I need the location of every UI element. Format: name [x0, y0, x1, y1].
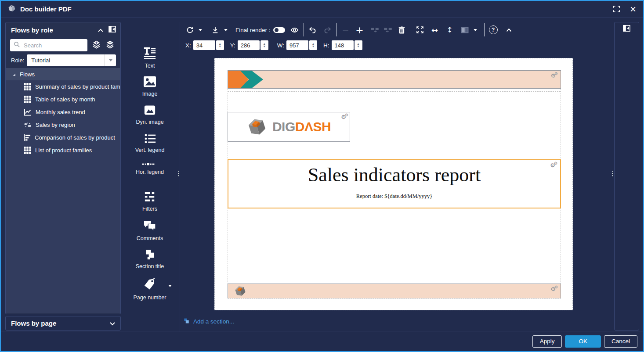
header-arrows-graphic	[228, 71, 264, 88]
expand-all-layers-icon[interactable]: +	[92, 40, 101, 50]
y-input[interactable]	[238, 40, 260, 50]
layout-columns-icon[interactable]	[460, 25, 469, 35]
horizontal-legend-icon	[142, 162, 158, 166]
logo-block[interactable]: DIGDΛSH ⚙⚙	[228, 112, 350, 142]
block-settings-gears-icon[interactable]: ⚙⚙	[550, 161, 557, 168]
refresh-options-caret-icon[interactable]	[196, 25, 205, 35]
fit-page-icon[interactable]	[416, 25, 424, 35]
flow-item-product-families[interactable]: List of product families	[6, 144, 120, 157]
maximize-icon[interactable]	[612, 4, 621, 14]
flow-item-label: Monthly sales trend	[36, 109, 85, 115]
x-input[interactable]	[193, 40, 215, 50]
w-input[interactable]	[286, 40, 308, 50]
palette-item-dyn-image[interactable]: Dyn. image	[121, 101, 179, 130]
undo-icon[interactable]	[308, 25, 317, 35]
titlebar: Doc builder PDF ×	[1, 1, 643, 18]
preview-eye-icon[interactable]	[290, 25, 299, 35]
right-panel-collapse-icon[interactable]	[623, 25, 630, 330]
grid-icon	[24, 147, 31, 154]
panel-collapse-icon[interactable]	[109, 26, 116, 34]
flows-by-page-title: Flows by page	[11, 320, 56, 327]
apply-button[interactable]: Apply	[532, 335, 562, 348]
help-icon[interactable]: ?	[489, 25, 498, 35]
report-title: Sales indicators report	[228, 164, 560, 186]
document-page[interactable]: ⚙⚙ DIGDΛSH ⚙⚙ Sales indicators report Re…	[214, 58, 573, 310]
line-chart-icon	[24, 108, 32, 116]
header-section-guide	[228, 91, 561, 92]
y-spinner[interactable]: ▲▼	[260, 40, 268, 50]
flows-by-role-header[interactable]: Flows by role	[6, 22, 120, 36]
block-settings-gears-icon[interactable]: ⚙⚙	[341, 113, 348, 119]
palette-item-image[interactable]: Image	[121, 72, 179, 101]
palette-item-hor-legend[interactable]: Hor. legend	[121, 159, 179, 188]
role-label: Role:	[11, 57, 24, 64]
h-spinner[interactable]: ▲▼	[355, 40, 362, 50]
palette-item-comments[interactable]: Comments	[121, 217, 179, 246]
final-render-toggle[interactable]	[273, 25, 285, 35]
flow-item-sales-region[interactable]: Sales by region	[6, 119, 120, 131]
flow-item-table-sales[interactable]: Table of sales by month	[6, 93, 120, 106]
x-spinner[interactable]: ▲▼	[216, 40, 224, 50]
left-splitter-handle[interactable]: ⋮	[175, 169, 182, 177]
role-select[interactable]: Tutorial	[27, 54, 116, 66]
grid-icon	[24, 83, 31, 90]
digdash-wordmark: DIGDΛSH	[272, 119, 331, 134]
redo-icon[interactable]	[323, 25, 332, 35]
flow-item-monthly-trend[interactable]: Monthly sales trend	[6, 106, 120, 119]
palette-item-page-number[interactable]: Page number	[121, 275, 179, 304]
palette-label: Comments	[137, 235, 163, 241]
collapse-toolbar-chevron-icon[interactable]	[505, 25, 514, 35]
page-number-caret-icon[interactable]	[168, 287, 172, 295]
download-icon[interactable]	[211, 25, 220, 35]
palette-label: Text	[145, 63, 155, 69]
canvas-toolbar: Final render : − + ↔ ↕	[185, 23, 514, 37]
digdash-cube-logo-small	[234, 285, 246, 297]
ok-button[interactable]: OK	[565, 335, 601, 348]
collapse-all-layers-icon[interactable]: −	[105, 40, 115, 50]
text-icon	[143, 47, 156, 60]
palette-item-text[interactable]: Text	[121, 43, 179, 72]
dialog-footer: Apply OK Cancel	[1, 331, 643, 351]
palette-item-vert-legend[interactable]: Vert. legend	[121, 130, 179, 159]
footer-block[interactable]: ⚙⚙	[228, 284, 561, 298]
fit-height-icon[interactable]: ↕	[445, 25, 454, 35]
tree-expander-icon[interactable]	[12, 71, 16, 78]
tree-root-flows[interactable]: Flows	[6, 68, 120, 80]
close-icon[interactable]: ×	[630, 5, 636, 13]
flows-by-page-panel[interactable]: Flows by page	[5, 316, 121, 330]
search-icon	[14, 41, 20, 50]
collapse-chevron-icon[interactable]	[98, 26, 103, 34]
title-block-selected[interactable]: Sales indicators report Report date: ${d…	[228, 159, 561, 208]
flow-item-comparison-sales[interactable]: Comparison of sales by product	[6, 131, 120, 144]
insert-section-before-icon[interactable]	[370, 25, 379, 35]
tree-root-label: Flows	[20, 71, 35, 78]
w-spinner[interactable]: ▲▼	[309, 40, 317, 50]
block-settings-gears-icon[interactable]: ⚙⚙	[550, 72, 558, 78]
zoom-out-icon[interactable]: −	[341, 25, 350, 35]
delete-icon[interactable]	[398, 25, 406, 35]
add-section-icon	[183, 318, 190, 325]
role-value: Tutorial	[31, 57, 50, 64]
image-icon	[143, 75, 156, 88]
search-input[interactable]	[23, 42, 84, 49]
h-input[interactable]	[332, 40, 354, 50]
palette-label: Section title	[136, 263, 164, 269]
insert-section-after-icon[interactable]	[384, 25, 392, 35]
fit-width-icon[interactable]: ↔	[431, 25, 439, 35]
block-settings-gears-icon[interactable]: ⚙⚙	[550, 285, 558, 291]
palette-item-section-title[interactable]: Section title	[121, 246, 179, 275]
flow-item-summary-sales[interactable]: Summary of sales by product family	[6, 80, 120, 93]
globe-map-icon	[24, 122, 32, 128]
refresh-icon[interactable]	[185, 25, 194, 35]
header-block[interactable]: ⚙⚙	[228, 70, 561, 89]
filters-icon	[144, 191, 156, 203]
zoom-in-icon[interactable]: +	[355, 25, 364, 35]
svg-text:+: +	[95, 40, 98, 45]
download-options-caret-icon[interactable]	[221, 25, 230, 35]
expand-chevron-icon[interactable]	[110, 320, 115, 327]
add-section-link[interactable]: Add a section...	[183, 318, 234, 325]
y-label: Y:	[230, 42, 235, 49]
palette-item-filters[interactable]: Filters	[121, 188, 179, 217]
cancel-button[interactable]: Cancel	[604, 335, 637, 348]
layout-caret-icon[interactable]	[471, 25, 480, 35]
